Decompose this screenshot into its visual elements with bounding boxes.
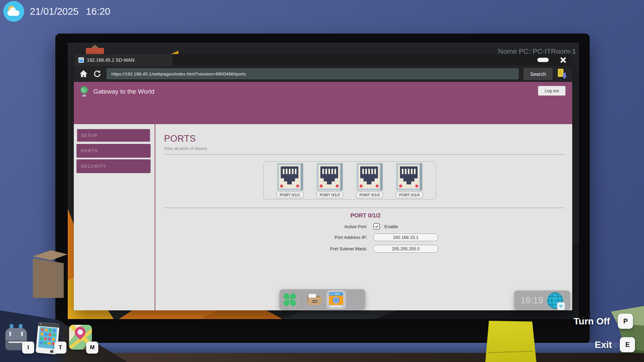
- port-item-3[interactable]: PORT 0/1/3: [356, 163, 383, 198]
- ethernet-port-icon: [396, 163, 422, 191]
- ethernet-port-icon: [357, 163, 383, 191]
- sidebar-item-security[interactable]: SECURITY: [76, 159, 151, 173]
- logout-button[interactable]: Log out: [538, 86, 566, 96]
- port-label: PORT 0/1/1: [276, 192, 303, 198]
- hud-date: 21/01/2025: [30, 6, 78, 17]
- port-mask-label: Port Subnet Mask:: [275, 246, 369, 251]
- file-manager-button[interactable]: [307, 293, 321, 306]
- os-dock: [279, 289, 365, 310]
- home-button[interactable]: [79, 69, 88, 78]
- refresh-button[interactable]: [93, 69, 102, 78]
- inventory-map[interactable]: M: [69, 325, 92, 350]
- tab-title: 192.168.45.1 SD-WAN: [87, 57, 135, 63]
- sticky-note: [485, 321, 536, 362]
- ports-box: PORT 0/1/1 PORT 0/1/2: [263, 161, 436, 200]
- globe-icon: [79, 86, 89, 98]
- hud-time: 16:20: [86, 6, 110, 17]
- port-item-4[interactable]: PORT 0/1/4: [396, 163, 423, 198]
- network-globe-icon: [546, 292, 564, 309]
- exit-action[interactable]: Exit E: [595, 337, 635, 352]
- close-icon: [559, 56, 568, 64]
- sidebar-item-ports[interactable]: PORTS: [76, 144, 151, 158]
- hotkey-badge: I: [22, 342, 34, 354]
- url-text: https://192.168.45.1/webpages/index.html…: [111, 71, 246, 76]
- check-icon: [374, 224, 379, 229]
- port-label: PORT 0/1/3: [356, 192, 383, 198]
- page-subtitle: View all ports of device.: [164, 146, 565, 151]
- active-port-checkbox[interactable]: [373, 223, 380, 230]
- browser-favicon-icon: [78, 57, 84, 63]
- main-panel: PORTS View all ports of device. PORT 0/1…: [155, 124, 572, 310]
- port-item-1[interactable]: PORT 0/1/1: [276, 163, 303, 198]
- exit-key-badge: E: [620, 337, 635, 352]
- close-button[interactable]: [558, 55, 568, 65]
- port-label: PORT 0/1/4: [396, 192, 423, 198]
- game-scene: Nome PC: PC-ITRoom-1 192.168.45.1 SD-WAN: [0, 0, 644, 362]
- sidebar-item-setup[interactable]: SETUP: [76, 128, 151, 142]
- browser-window: 192.168.45.1 SD-WAN https://192.168.45.1…: [74, 54, 572, 310]
- desktop-icon-partial[interactable]: [86, 48, 104, 54]
- port-item-2[interactable]: PORT 0/1/2: [316, 163, 343, 198]
- browser-app-icon: [329, 292, 343, 305]
- ethernet-port-icon: [317, 163, 343, 191]
- cardboard-box-decor: [33, 250, 68, 298]
- browser-navbar: https://192.168.45.1/webpages/index.html…: [74, 66, 572, 82]
- home-icon: [79, 69, 88, 78]
- turn-off-action[interactable]: Turn Off P: [574, 314, 633, 329]
- weather-icon: [3, 1, 24, 22]
- browser-titlebar: 192.168.45.1 SD-WAN: [74, 54, 572, 66]
- refresh-icon: [93, 70, 101, 78]
- port-label: PORT 0/1/2: [316, 192, 343, 198]
- turn-off-label: Turn Off: [574, 316, 610, 327]
- minimize-button[interactable]: [537, 58, 549, 62]
- wifi-icon: [557, 302, 565, 310]
- active-port-label: Active Port:: [275, 224, 369, 229]
- hotkey-badge: T: [54, 342, 66, 354]
- inventory-backpack[interactable]: I: [5, 324, 28, 353]
- system-tray[interactable]: 16:19: [514, 291, 570, 310]
- ethernet-port-icon: [277, 163, 303, 191]
- page-viewport: Gateway to the World Log out SETUP PORTS…: [74, 82, 572, 310]
- page-title: PORTS: [164, 134, 565, 144]
- inventory-tablet[interactable]: T: [37, 323, 58, 354]
- tray-clock: 16:19: [521, 295, 543, 306]
- dock-divider: [301, 293, 302, 306]
- browser-app-button[interactable]: [326, 290, 346, 309]
- port-detail-title: PORT 0/1/2: [351, 212, 565, 219]
- clover-icon: [283, 293, 289, 299]
- hud-clock: 21/01/2025 16:20: [3, 1, 110, 22]
- site-brand: Gateway to the World: [93, 88, 154, 95]
- browser-tab[interactable]: 192.168.45.1 SD-WAN: [74, 54, 172, 66]
- bookmarks-icon[interactable]: [557, 68, 567, 80]
- exit-label: Exit: [595, 340, 612, 350]
- hotkey-badge: M: [86, 342, 98, 354]
- sidebar: SETUP PORTS SECURITY: [74, 124, 155, 310]
- port-mask-input[interactable]: [373, 245, 438, 253]
- site-header: Gateway to the World Log out: [74, 82, 572, 124]
- enable-label: Enable: [384, 224, 398, 229]
- url-input[interactable]: https://192.168.45.1/webpages/index.html…: [107, 68, 519, 79]
- active-app-indicator: [330, 306, 342, 307]
- divider: [164, 154, 565, 155]
- divider: [164, 208, 565, 208]
- search-button[interactable]: Search: [524, 68, 552, 80]
- port-ip-input[interactable]: [373, 234, 438, 241]
- start-menu-button[interactable]: [283, 293, 296, 306]
- port-ip-label: Port Address IP:: [275, 235, 369, 240]
- turn-off-key-badge: P: [618, 314, 633, 329]
